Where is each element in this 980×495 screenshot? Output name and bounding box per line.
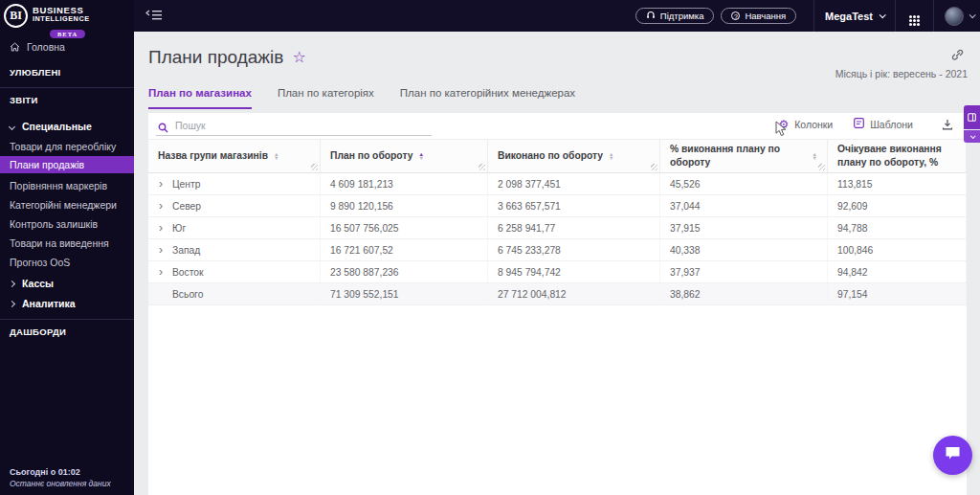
table-settings-flyout-button[interactable]	[964, 105, 980, 129]
expand-row-icon[interactable]: ›	[159, 267, 163, 277]
column-resize-handle[interactable]	[479, 164, 485, 170]
cell-done: 8 945 794,742	[488, 261, 660, 282]
cell-expected: 113,815	[828, 173, 967, 194]
sidebar-item-stock-control[interactable]: Контроль залишків	[0, 215, 134, 233]
last-update-time: Сьогодні о 01:02	[10, 467, 111, 477]
tab-plan-by-stores[interactable]: План по магазинах	[148, 87, 252, 109]
divider	[933, 0, 934, 32]
training-button[interactable]: ? Навчання	[721, 8, 796, 24]
column-header-done[interactable]: Виконано по обороту ▲▼	[488, 140, 660, 172]
chat-button[interactable]	[933, 436, 972, 475]
app-screen: Підтримка ? Навчання MegaTest BI	[0, 0, 980, 495]
last-update-caption: Останнє оновлення даних	[10, 479, 111, 488]
topbar: Підтримка ? Навчання MegaTest	[0, 0, 980, 32]
column-header-plan[interactable]: План по обороту ▲▼	[321, 140, 488, 172]
cell-pct: 37,915	[660, 217, 828, 238]
bi-logo-icon: BI	[4, 4, 28, 28]
sidebar-item-oos-forecast[interactable]: Прогноз OoS	[0, 254, 134, 271]
expand-row-icon[interactable]: ›	[159, 245, 163, 255]
chevron-down-icon	[969, 133, 975, 139]
tab-plan-by-categories[interactable]: План по категоріях	[278, 87, 374, 109]
sidebar-item-label: Головна	[27, 41, 65, 53]
chevron-right-icon	[9, 280, 15, 286]
home-icon	[10, 42, 20, 52]
cell-plan: 16 721 607,52	[321, 239, 488, 260]
flyout-collapse-button[interactable]	[964, 130, 980, 143]
column-header-store-group[interactable]: Назва групи магазинів ▲▼	[148, 140, 321, 172]
sidebar-item-revaluation[interactable]: Товари для переобліку	[0, 138, 134, 155]
cell-done: 6 745 233,278	[488, 239, 660, 260]
cell-expected: 94,788	[828, 217, 967, 238]
chevron-down-icon[interactable]	[969, 11, 976, 18]
cell-done: 3 663 657,571	[488, 195, 660, 216]
sidebar-section-dashboards: ДАШБОРДИ	[0, 326, 134, 337]
cell-done: 27 712 004,812	[488, 283, 660, 304]
divider	[813, 0, 814, 32]
copy-link-icon[interactable]	[951, 48, 964, 65]
expand-row-icon[interactable]: ›	[159, 179, 163, 189]
cell-expected: 97,154	[828, 283, 967, 304]
cell-name: Север	[172, 201, 201, 212]
column-header-expected[interactable]: Очікуване виконання плану по обороту, %	[828, 140, 967, 172]
cell-expected: 92,609	[828, 195, 967, 216]
cell-name: Центр	[172, 179, 200, 190]
topbar-actions: Підтримка ? Навчання MegaTest	[635, 0, 974, 32]
group-label: Кассы	[22, 278, 54, 289]
side-panel-toggle	[964, 105, 980, 143]
headset-icon	[646, 11, 656, 22]
page-title: Плани продажів	[148, 47, 283, 68]
chevron-down-icon	[9, 123, 15, 129]
table-row: ›Центр 4 609 181,213 2 098 377,451 45,52…	[148, 173, 967, 195]
columns-button[interactable]: ⚙ Колонки	[778, 119, 833, 130]
org-selector[interactable]: MegaTest	[825, 11, 884, 22]
app-logo: BI BUSINESS INTELLIGENCE BETA	[4, 4, 90, 40]
sidebar-footer: Сьогодні о 01:02 Останнє оновлення даних	[10, 467, 111, 488]
report-panel: ⚙ Колонки Шаблони Назва групи магазинів	[148, 113, 967, 495]
cell-expected: 100,846	[828, 239, 967, 260]
sort-icon[interactable]: ▲▼	[609, 152, 613, 161]
search-input[interactable]	[156, 117, 432, 136]
beta-badge: BETA	[50, 30, 85, 38]
download-icon[interactable]	[942, 119, 953, 130]
column-header-pct[interactable]: % виконання плану по обороту ▲▼	[660, 140, 828, 172]
sort-icon[interactable]: ▲▼	[418, 152, 423, 161]
sidebar-item-category-managers[interactable]: Категорійні менеджери	[0, 196, 134, 214]
group-label: Аналитика	[22, 298, 76, 309]
column-resize-handle[interactable]	[651, 164, 657, 170]
template-icon	[854, 118, 864, 130]
avatar[interactable]	[945, 7, 964, 26]
table-row: ›Север 9 890 120,156 3 663 657,571 37,04…	[148, 195, 967, 217]
sidebar-item-delisting[interactable]: Товари на виведення	[0, 235, 134, 252]
sort-icon[interactable]: ▲▼	[813, 152, 817, 161]
cell-name: Запад	[172, 245, 200, 256]
divider	[0, 319, 134, 320]
sidebar-group-kassy[interactable]: Кассы	[0, 278, 134, 289]
column-resize-handle[interactable]	[818, 164, 825, 170]
sidebar-section-favorites: УЛЮБЛЕНІ	[0, 67, 134, 78]
tab-plan-by-category-managers[interactable]: План по категорійних менеджерах	[400, 87, 575, 109]
sidebar-item-sales-plans[interactable]: Плани продажів	[0, 156, 134, 173]
group-label: Специальные	[22, 121, 92, 132]
apps-grid-button[interactable]	[906, 0, 923, 32]
support-button[interactable]: Підтримка	[635, 8, 715, 24]
expand-row-icon[interactable]: ›	[159, 201, 163, 211]
templates-button[interactable]: Шаблони	[854, 118, 913, 130]
sidebar-section-reports: ЗВІТИ	[0, 95, 134, 105]
column-resize-handle[interactable]	[311, 164, 318, 170]
sort-icon[interactable]: ▲▼	[274, 152, 278, 161]
favorite-star-icon[interactable]: ☆	[292, 50, 305, 65]
cell-plan: 71 309 552,151	[321, 283, 488, 304]
cell-done: 2 098 377,451	[488, 173, 660, 194]
table-header: Назва групи магазинів ▲▼ План по обороту…	[148, 139, 967, 173]
table-row-total: ›Всього 71 309 552,151 27 712 004,812 38…	[148, 283, 967, 305]
table-row: ›Восток 23 580 887,236 8 945 794,742 37,…	[148, 261, 967, 283]
expand-row-icon[interactable]: ›	[159, 223, 163, 233]
sidebar-group-analytics[interactable]: Аналитика	[0, 298, 134, 309]
collapse-sidebar-icon[interactable]	[145, 9, 163, 23]
sidebar-item-markers[interactable]: Порівняння маркерів	[0, 177, 134, 194]
chat-bubble-icon	[944, 445, 962, 465]
gear-icon: ⚙	[778, 119, 789, 130]
sidebar-group-special[interactable]: Специальные	[0, 121, 134, 132]
sidebar-item-home[interactable]: Головна	[0, 38, 134, 56]
cell-plan: 9 890 120,156	[321, 195, 488, 216]
